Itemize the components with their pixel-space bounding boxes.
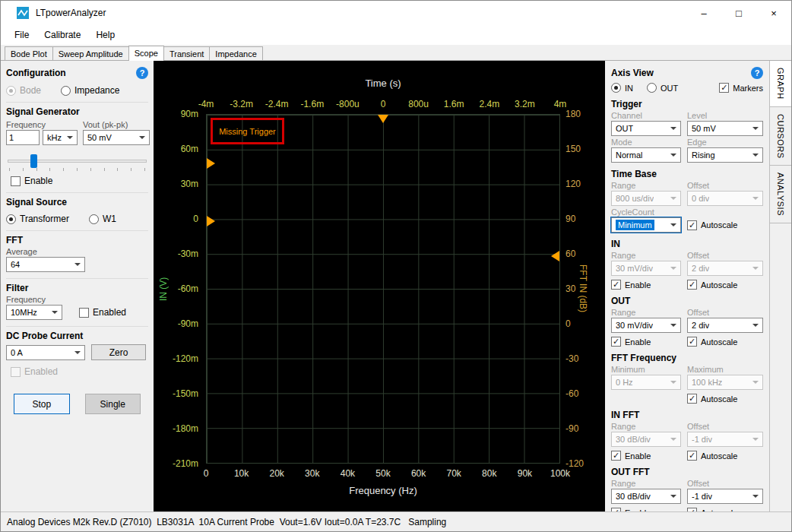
time-base-autoscale-checkbox[interactable]: Autoscale xyxy=(687,220,763,230)
out-offset-marker[interactable] xyxy=(207,216,215,226)
zero-button[interactable]: Zero xyxy=(91,344,146,360)
trigger-edge-select[interactable]: Rising xyxy=(687,147,763,163)
status-text: Analog Devices M2k Rev.D (Z7010) LB3031A… xyxy=(7,517,446,527)
slider-thumb[interactable] xyxy=(30,154,37,168)
app-icon xyxy=(17,7,29,19)
in-offset-marker[interactable] xyxy=(207,158,215,169)
fft-frequency-autoscale-checkbox[interactable]: Autoscale xyxy=(687,394,763,404)
trigger-time-marker[interactable] xyxy=(378,115,388,123)
side-tab[interactable]: GRAPH xyxy=(770,61,791,107)
average-label: Average xyxy=(6,247,148,256)
chevron-down-icon xyxy=(670,438,676,441)
tick-label: 30 xyxy=(565,283,575,294)
fft-frequency-title: FFT Frequency xyxy=(611,353,763,363)
tick-label: 30k xyxy=(305,468,319,479)
filter-enabled-checkbox[interactable]: Enabled xyxy=(79,307,126,318)
fft-average-select[interactable]: 64 xyxy=(6,257,85,272)
single-button[interactable]: Single xyxy=(85,394,141,414)
in-fft-autoscale-checkbox[interactable]: Autoscale xyxy=(687,451,763,461)
fft-offset-marker[interactable] xyxy=(551,251,559,261)
tab[interactable]: Bode Plot xyxy=(5,46,53,60)
transformer-radio[interactable]: Transformer xyxy=(6,214,69,224)
radio-icon xyxy=(6,214,16,224)
tick-label: 0 xyxy=(193,214,198,224)
signal-source-title: Signal Source xyxy=(6,197,148,207)
out-range-select[interactable]: 30 mV/div xyxy=(611,318,681,333)
radio-icon xyxy=(61,86,71,96)
filter-frequency-select[interactable]: 10MHz xyxy=(6,305,62,320)
chevron-down-icon xyxy=(752,154,759,157)
checkbox-icon xyxy=(11,367,21,377)
in-axis-title: IN (V) xyxy=(158,114,170,464)
in-offset-label: Offset xyxy=(687,251,763,260)
in-fft-range-label: Range xyxy=(611,422,681,431)
close-button[interactable]: × xyxy=(756,1,791,25)
fft-title: FFT xyxy=(6,235,148,245)
maximize-button[interactable]: □ xyxy=(721,1,756,25)
trigger-mode-select[interactable]: Normal xyxy=(611,147,681,163)
chevron-down-icon xyxy=(67,136,73,139)
checkbox-icon xyxy=(611,280,621,290)
in-section: IN Range 30 mV/div Offset 2 div xyxy=(611,239,763,290)
axis-out-radio[interactable]: OUT xyxy=(647,83,678,93)
configuration-panel: Configuration Bode Impedance Signal Gene… xyxy=(1,61,154,511)
frequency-input[interactable] xyxy=(6,130,40,145)
out-fft-offset-select[interactable]: -1 div xyxy=(687,489,763,504)
out-fft-range-select[interactable]: 30 dB/div xyxy=(611,489,681,504)
signal-generator-title: Signal Generator xyxy=(6,106,148,117)
tab[interactable]: Impedance xyxy=(209,46,262,60)
chevron-down-icon xyxy=(74,263,81,266)
tab[interactable]: Transient xyxy=(163,46,210,60)
radio-icon xyxy=(611,83,621,93)
chevron-down-icon xyxy=(670,223,676,226)
out-fft-section: OUT FFT Range 30 dB/div Offset -1 div xyxy=(611,467,763,511)
help-icon[interactable] xyxy=(751,67,763,79)
cyclecount-select[interactable]: Minimum xyxy=(611,217,681,233)
filter-section: Filter Frequency 10MHz Enabled xyxy=(6,278,148,320)
signal-generator-enable-checkbox[interactable]: Enable xyxy=(11,176,148,186)
fft-maximum-select: 100 kHz xyxy=(687,375,763,390)
impedance-radio[interactable]: Impedance xyxy=(61,85,119,96)
markers-checkbox[interactable]: Markers xyxy=(719,83,763,93)
radio-icon xyxy=(89,214,99,224)
trigger-level-label: Level xyxy=(687,111,763,120)
menu-item[interactable]: Help xyxy=(88,27,122,43)
out-enable-checkbox[interactable]: Enable xyxy=(611,337,681,347)
checkbox-icon xyxy=(611,451,621,461)
frequency-unit-select[interactable]: kHz xyxy=(43,130,78,145)
menu-item[interactable]: File xyxy=(7,27,36,43)
side-tab[interactable]: ANALYSIS xyxy=(770,166,791,223)
out-offset-select[interactable]: 2 div xyxy=(687,318,763,333)
in-autoscale-checkbox[interactable]: Autoscale xyxy=(687,280,763,290)
menu-item[interactable]: Calibrate xyxy=(36,27,88,43)
out-autoscale-checkbox[interactable]: Autoscale xyxy=(687,337,763,347)
in-title: IN xyxy=(611,239,763,249)
tick-label: -90m xyxy=(178,318,198,329)
fft-frequency-section: FFT Frequency Minimum 0 Hz Maximum 100 k… xyxy=(611,353,763,404)
dc-probe-current-select[interactable]: 0 A xyxy=(6,345,85,360)
in-fft-enable-checkbox[interactable]: Enable xyxy=(611,451,681,461)
tick-label: 4m xyxy=(554,99,567,109)
checkbox-icon xyxy=(687,451,697,461)
fft-minimum-label: Minimum xyxy=(611,365,681,374)
tab[interactable]: Scope xyxy=(128,46,164,61)
in-enable-checkbox[interactable]: Enable xyxy=(611,280,681,290)
filter-title: Filter xyxy=(6,283,148,293)
axis-in-radio[interactable]: IN xyxy=(611,83,633,93)
filter-frequency-label: Frequency xyxy=(6,295,148,304)
vout-select[interactable]: 50 mV xyxy=(83,130,150,145)
trigger-channel-select[interactable]: OUT xyxy=(611,121,681,136)
w1-radio[interactable]: W1 xyxy=(89,214,116,224)
in-offset-select: 2 div xyxy=(687,261,763,276)
trigger-level-select[interactable]: 50 mV xyxy=(687,121,763,136)
stop-button[interactable]: Stop xyxy=(14,394,70,414)
side-tab[interactable]: CURSORS xyxy=(770,107,791,166)
tab[interactable]: Sweep Amplitude xyxy=(52,46,129,60)
scope-graph[interactable]: Time (s) -4m-3.2m-2.4m-1.6m-800u0800u1.6… xyxy=(154,61,605,511)
minimize-button[interactable]: – xyxy=(686,1,721,25)
help-icon[interactable] xyxy=(136,67,148,79)
signal-generator-section: Signal Generator Frequency Vout (pk-pk) … xyxy=(6,102,148,186)
amplitude-slider[interactable] xyxy=(8,153,147,169)
checkbox-icon xyxy=(79,308,89,318)
plot-area[interactable]: Missing Trigger xyxy=(206,114,560,464)
